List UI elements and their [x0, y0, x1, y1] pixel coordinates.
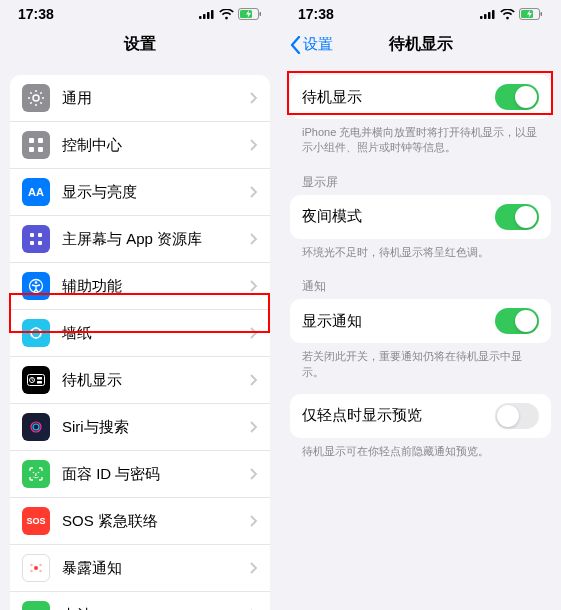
row-label: 主屏幕与 App 资源库	[62, 230, 250, 249]
row-siri[interactable]: Siri与搜索	[10, 404, 270, 451]
row-home-screen[interactable]: 主屏幕与 App 资源库	[10, 216, 270, 263]
row-general[interactable]: 通用	[10, 75, 270, 122]
row-night-mode: 夜间模式	[290, 195, 551, 239]
show-notif-toggle[interactable]	[495, 308, 539, 334]
row-accessibility[interactable]: 辅助功能	[10, 263, 270, 310]
page-title: 待机显示	[389, 34, 453, 55]
wifi-icon	[219, 9, 234, 20]
general-icon	[22, 84, 50, 112]
svg-point-25	[31, 330, 33, 332]
row-label: Siri与搜索	[62, 418, 250, 437]
settings-root-panel: 17:38 设置 通用 控制中心 AA 显示与亮度	[0, 0, 280, 610]
wallpaper-icon	[22, 319, 50, 347]
signal-icon	[480, 9, 496, 19]
row-show-notif: 显示通知	[290, 299, 551, 343]
page-title: 设置	[124, 34, 156, 55]
row-control-center[interactable]: 控制中心	[10, 122, 270, 169]
chevron-right-icon	[250, 186, 258, 198]
standby-settings-panel: 17:38 设置 待机显示 待机显示 iPhone 充电并横向放置时将打开待机显…	[280, 0, 561, 610]
row-sos[interactable]: SOS SOS 紧急联络	[10, 498, 270, 545]
settings-list-scroll[interactable]: 通用 控制中心 AA 显示与亮度 主屏幕与 App 资源库 辅助功能	[0, 65, 280, 610]
sos-icon: SOS	[22, 507, 50, 535]
display-icon: AA	[22, 178, 50, 206]
svg-point-35	[30, 564, 32, 566]
row-label: 墙纸	[62, 324, 250, 343]
chevron-right-icon	[250, 280, 258, 292]
back-button[interactable]: 设置	[290, 35, 333, 54]
tap-preview-footer: 待机显示可在你轻点前隐藏通知预览。	[302, 444, 539, 459]
svg-rect-16	[38, 241, 42, 245]
status-icons	[199, 8, 262, 20]
row-label: 通用	[62, 89, 250, 108]
svg-point-22	[39, 335, 41, 337]
svg-point-23	[35, 337, 37, 339]
svg-rect-41	[480, 16, 483, 19]
svg-rect-44	[492, 10, 495, 19]
accessibility-icon	[22, 272, 50, 300]
row-wallpaper[interactable]: 墙纸	[10, 310, 270, 357]
group-main: 待机显示	[290, 75, 551, 119]
chevron-left-icon	[290, 36, 301, 54]
group-preview: 仅轻点时显示预览	[290, 394, 551, 438]
row-label: 电池	[62, 606, 250, 611]
display-header: 显示屏	[302, 174, 539, 191]
svg-text:AA: AA	[28, 186, 44, 198]
svg-rect-1	[203, 14, 206, 19]
svg-point-24	[31, 335, 33, 337]
row-battery[interactable]: 电池	[10, 592, 270, 610]
faceid-icon	[22, 460, 50, 488]
svg-rect-3	[211, 10, 214, 19]
night-footer: 环境光不足时，待机显示将呈红色调。	[302, 245, 539, 260]
row-label: SOS 紧急联络	[62, 512, 250, 531]
tap-preview-toggle[interactable]	[495, 403, 539, 429]
status-icons	[480, 8, 543, 20]
main-footer: iPhone 充电并横向放置时将打开待机显示，以显示小组件、照片或时钟等信息。	[302, 125, 539, 156]
standby-icon	[22, 366, 50, 394]
svg-rect-8	[29, 138, 34, 143]
svg-rect-29	[37, 381, 42, 384]
svg-point-34	[34, 566, 38, 570]
row-tap-preview: 仅轻点时显示预览	[290, 394, 551, 438]
status-bar: 17:38	[280, 0, 561, 26]
back-label: 设置	[303, 35, 333, 54]
svg-rect-42	[484, 14, 487, 19]
svg-rect-10	[29, 147, 34, 152]
battery-icon	[238, 8, 262, 20]
standby-scroll[interactable]: 待机显示 iPhone 充电并横向放置时将打开待机显示，以显示小组件、照片或时钟…	[280, 65, 561, 610]
svg-point-36	[39, 564, 41, 566]
chevron-right-icon	[250, 468, 258, 480]
battery-row-icon	[22, 601, 50, 610]
svg-rect-14	[38, 233, 42, 237]
row-label: 仅轻点时显示预览	[302, 406, 495, 425]
svg-rect-6	[260, 12, 262, 16]
chevron-right-icon	[250, 374, 258, 386]
row-standby[interactable]: 待机显示	[10, 357, 270, 404]
row-label: 待机显示	[302, 88, 495, 107]
svg-rect-15	[30, 241, 34, 245]
night-mode-toggle[interactable]	[495, 204, 539, 230]
row-faceid[interactable]: 面容 ID 与密码	[10, 451, 270, 498]
row-display[interactable]: AA 显示与亮度	[10, 169, 270, 216]
chevron-right-icon	[250, 92, 258, 104]
row-exposure[interactable]: 暴露通知	[10, 545, 270, 592]
notif-header: 通知	[302, 278, 539, 295]
svg-rect-47	[541, 12, 543, 16]
svg-point-19	[31, 328, 41, 338]
svg-rect-9	[38, 138, 43, 143]
control-center-icon	[22, 131, 50, 159]
row-label: 夜间模式	[302, 207, 495, 226]
nav-bar: 设置 待机显示	[280, 26, 561, 65]
svg-point-33	[38, 472, 40, 474]
settings-group: 通用 控制中心 AA 显示与亮度 主屏幕与 App 资源库 辅助功能	[10, 75, 270, 610]
row-standby-toggle: 待机显示	[290, 75, 551, 119]
svg-point-37	[30, 570, 32, 572]
row-label: 显示通知	[302, 312, 495, 331]
svg-point-7	[33, 95, 39, 101]
battery-icon	[519, 8, 543, 20]
svg-rect-2	[207, 12, 210, 19]
svg-rect-43	[488, 12, 491, 19]
svg-point-21	[39, 330, 41, 332]
exposure-icon	[22, 554, 50, 582]
svg-point-18	[35, 281, 38, 284]
standby-toggle[interactable]	[495, 84, 539, 110]
